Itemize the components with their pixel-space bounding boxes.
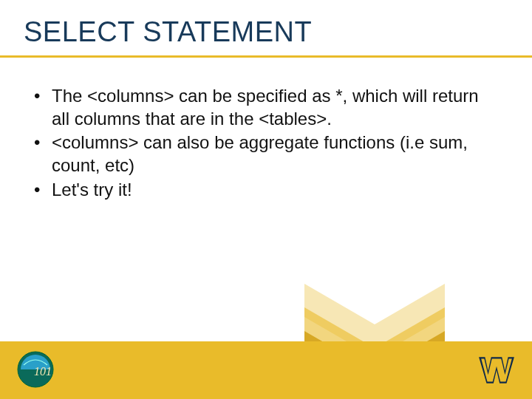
slide: SELECT STATEMENT The <columns> can be sp… xyxy=(0,0,532,399)
title-underline xyxy=(0,55,532,58)
list-item: Let's try it! xyxy=(31,179,488,202)
slide-body: The <columns> can be specified as *, whi… xyxy=(31,85,488,203)
list-item: <columns> can also be aggregate function… xyxy=(31,132,488,177)
cs101-logo-icon: 101 xyxy=(16,350,55,389)
bullet-text: The <columns> can be specified as *, whi… xyxy=(52,86,479,129)
footer-band xyxy=(0,341,532,399)
bullet-text: <columns> can also be aggregate function… xyxy=(52,132,468,175)
slide-title: SELECT STATEMENT xyxy=(24,16,508,48)
list-item: The <columns> can be specified as *, whi… xyxy=(31,85,488,130)
bullet-list: The <columns> can be specified as *, whi… xyxy=(31,85,488,202)
wvu-logo-icon xyxy=(477,355,516,386)
bullet-text: Let's try it! xyxy=(52,180,132,200)
svg-text:101: 101 xyxy=(34,365,52,378)
